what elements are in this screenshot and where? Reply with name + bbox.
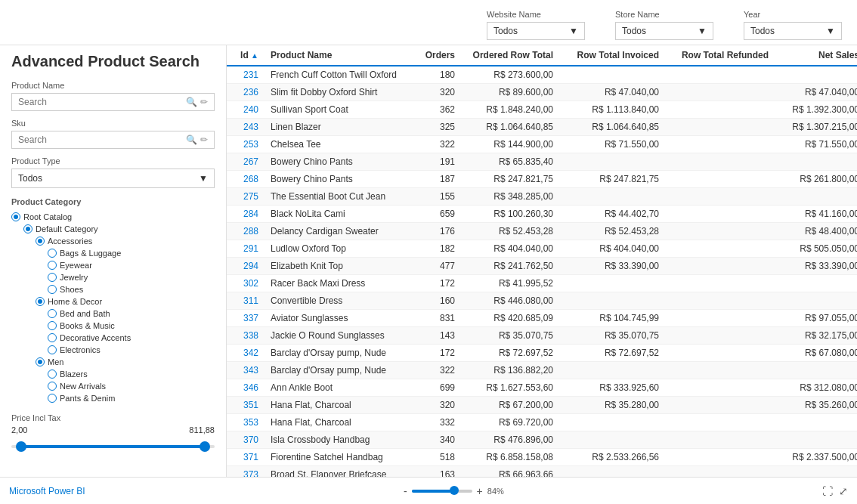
tree-item-shoes[interactable]: Shoes [48, 283, 215, 295]
table-row[interactable]: 371Fiorentine Satchel Handbag518R$ 6.858… [227, 449, 857, 466]
table-row[interactable]: 353Hana Flat, Charcoal332R$ 69.720,00 [227, 414, 857, 431]
table-row[interactable]: 370Isla Crossbody Handbag340R$ 476.896,0… [227, 431, 857, 449]
eraser-icon[interactable]: ✏ [200, 97, 208, 107]
filter-store-select[interactable]: Todos ▼ [615, 22, 713, 40]
table-cell: 373 [227, 466, 265, 478]
tree-item-bags[interactable]: Bags & Luggage [48, 247, 215, 259]
slider-thumb-left[interactable] [16, 441, 26, 452]
table-cell: Broad St. Flapover Briefcase [265, 466, 416, 478]
table-cell: R$ 247.821,75 [559, 171, 665, 188]
table-row[interactable]: 236Slim fit Dobby Oxford Shirt320R$ 89.6… [227, 84, 857, 101]
table-cell: Ann Ankle Boot [265, 379, 416, 397]
pbi-link[interactable]: Microsoft Power BI [9, 486, 85, 496]
table-row[interactable]: 267Bowery Chino Pants191R$ 65.835,40 [227, 153, 857, 171]
table-cell [559, 431, 665, 449]
fullscreen-icon[interactable]: ⤢ [839, 485, 848, 497]
col-header-id[interactable]: Id ▲ [227, 45, 265, 66]
table-row[interactable]: 240Sullivan Sport Coat362R$ 1.848.240,00… [227, 101, 857, 119]
table-row[interactable]: 373Broad St. Flapover Briefcase163R$ 66.… [227, 466, 857, 478]
table-row[interactable]: 243Linen Blazer325R$ 1.064.640,85R$ 1.06… [227, 119, 857, 136]
table-row[interactable]: 311Convertible Dress160R$ 446.080,00 [227, 292, 857, 310]
col-header-product-name[interactable]: Product Name [265, 45, 416, 66]
table-row[interactable]: 346Ann Ankle Boot699R$ 1.627.553,60R$ 33… [227, 379, 857, 397]
table-row[interactable]: 342Barclay d'Orsay pump, Nude172R$ 72.69… [227, 345, 857, 362]
tree-item-jewelry[interactable]: Jewelry [48, 271, 215, 283]
filter-website-select[interactable]: Todos ▼ [487, 22, 585, 40]
col-header-row-total-invoiced[interactable]: Row Total Invoiced [559, 45, 665, 66]
zoom-slider[interactable] [412, 490, 472, 493]
chevron-down-icon: ▼ [199, 173, 208, 184]
filter-year-select[interactable]: Todos ▼ [744, 22, 842, 40]
top-bar: Website Name Todos ▼ Store Name Todos ▼ … [0, 0, 857, 45]
zoom-in-button[interactable]: + [477, 485, 483, 497]
col-header-row-total-refunded[interactable]: Row Total Refunded [665, 45, 775, 66]
tree-item-accessories[interactable]: Accessories [36, 235, 215, 247]
tree-item-home-decor[interactable]: Home & Decor [36, 295, 215, 308]
table-cell [559, 414, 665, 431]
product-type-value: Todos [18, 173, 42, 184]
table-row[interactable]: 294Elizabeth Knit Top477R$ 241.762,50R$ … [227, 258, 857, 275]
tree-item-men[interactable]: Men [36, 356, 215, 368]
table-header-row: Id ▲ Product Name Orders Ordered Row Tot… [227, 45, 857, 66]
price-slider[interactable] [11, 439, 215, 454]
price-label: Price Incl Tax [11, 413, 215, 422]
data-table: Id ▲ Product Name Orders Ordered Row Tot… [227, 45, 857, 477]
radio-icon [48, 285, 57, 294]
table-cell: Hana Flat, Charcoal [265, 397, 416, 414]
focus-mode-icon[interactable]: ⛶ [822, 485, 833, 497]
radio-icon [48, 261, 57, 270]
table-row[interactable]: 338Jackie O Round Sunglasses143R$ 35.070… [227, 327, 857, 345]
table-row[interactable]: 268Bowery Chino Pants187R$ 247.821,75R$ … [227, 171, 857, 188]
tree-item-blazers[interactable]: Blazers [48, 368, 215, 380]
radio-icon [48, 369, 57, 379]
eraser-icon[interactable]: ✏ [200, 135, 208, 145]
table-row[interactable]: 343Barclay d'Orsay pump, Nude322R$ 136.8… [227, 362, 857, 379]
table-row[interactable]: 351Hana Flat, Charcoal320R$ 67.200,00R$ … [227, 397, 857, 414]
tree-item-pants-denim[interactable]: Pants & Denim [48, 392, 215, 404]
col-header-orders[interactable]: Orders [416, 45, 461, 66]
col-header-net-sales[interactable]: Net Sales [775, 45, 857, 66]
table-row[interactable]: 284Black NoLita Cami659R$ 100.260,30R$ 4… [227, 206, 857, 223]
table-cell [775, 66, 857, 84]
table-cell: 371 [227, 449, 265, 466]
col-header-ordered-row-total[interactable]: Ordered Row Total [461, 45, 559, 66]
product-name-input[interactable] [18, 97, 183, 107]
table-row[interactable]: 302Racer Back Maxi Dress172R$ 41.995,52 [227, 275, 857, 292]
sku-input[interactable] [18, 135, 183, 145]
table-cell: 337 [227, 310, 265, 327]
tree-item-books-music[interactable]: Books & Music [48, 320, 215, 332]
price-max: 811,88 [189, 425, 215, 434]
table-cell: 163 [416, 466, 461, 478]
search-icon[interactable]: 🔍 [186, 135, 197, 145]
table-cell [665, 136, 775, 153]
table-row[interactable]: 231French Cuff Cotton Twill Oxford180R$ … [227, 66, 857, 84]
zoom-slider-thumb[interactable] [450, 486, 459, 495]
table-cell: 288 [227, 223, 265, 240]
table-cell [665, 258, 775, 275]
table-cell [665, 466, 775, 478]
table-cell [665, 188, 775, 206]
product-type-dropdown[interactable]: Todos ▼ [11, 169, 215, 188]
zoom-out-button[interactable]: - [404, 485, 407, 497]
table-cell: 325 [416, 119, 461, 136]
table-cell [775, 153, 857, 171]
search-icon[interactable]: 🔍 [186, 97, 197, 107]
tree-item-decorative[interactable]: Decorative Accents [48, 332, 215, 344]
tree-item-root-catalog[interactable]: Root Catalog [11, 211, 215, 223]
table-row[interactable]: 337Aviator Sunglasses831R$ 420.685,09R$ … [227, 310, 857, 327]
table-row[interactable]: 288Delancy Cardigan Sweater176R$ 52.453,… [227, 223, 857, 240]
tree-item-new-arrivals[interactable]: New Arrivals [48, 380, 215, 392]
tree-item-default-category[interactable]: Default Category [23, 223, 215, 235]
table-cell: R$ 35.260,00 [775, 397, 857, 414]
table-row[interactable]: 253Chelsea Tee322R$ 144.900,00R$ 71.550,… [227, 136, 857, 153]
tree-item-eyewear[interactable]: Eyewear [48, 259, 215, 271]
tree-item-electronics[interactable]: Electronics [48, 344, 215, 356]
tree-label: Bags & Luggage [60, 249, 121, 258]
tree-item-bed-bath[interactable]: Bed and Bath [48, 308, 215, 320]
table-cell: Jackie O Round Sunglasses [265, 327, 416, 345]
table-cell: Chelsea Tee [265, 136, 416, 153]
table-cell: 342 [227, 345, 265, 362]
slider-thumb-right[interactable] [200, 441, 210, 452]
table-row[interactable]: 275The Essential Boot Cut Jean155R$ 348.… [227, 188, 857, 206]
table-row[interactable]: 291Ludlow Oxford Top182R$ 404.040,00R$ 4… [227, 240, 857, 258]
